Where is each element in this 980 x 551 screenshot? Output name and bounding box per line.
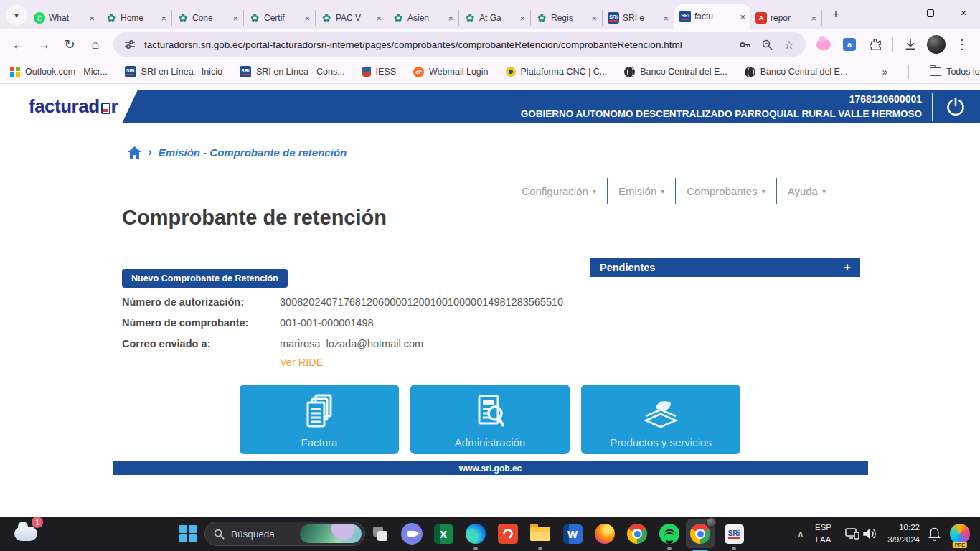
browser-menu-button[interactable]: ⋮ [950,32,974,57]
close-icon[interactable]: × [89,14,95,23]
file-explorer-button[interactable] [529,522,552,545]
ver-ride-link[interactable]: Ver RIDE [280,357,323,368]
close-icon[interactable]: × [519,14,525,23]
tile-factura[interactable]: Factura [240,385,399,454]
close-icon[interactable]: × [161,14,166,23]
notifications-button[interactable] [923,522,946,545]
tile-administracion[interactable]: Administración [410,385,570,454]
password-key-icon[interactable] [737,37,753,52]
all-bookmarks-button[interactable]: Todos los marcadores [930,67,980,77]
caret-down-icon: ▾ [822,187,826,195]
start-button[interactable] [176,522,199,545]
tray-expand-button[interactable]: ∧ [789,522,812,545]
home-icon[interactable] [128,146,141,159]
tab-regis[interactable]: ✿ Regis × [531,10,603,26]
tab-whatsapp[interactable]: ✆ What × [29,10,100,26]
close-icon[interactable]: × [304,14,310,23]
bookmark-sri-inicio[interactable]: SRiSRI en Línea - Inicio [125,66,222,77]
nav-emision[interactable]: Emisión▾ [608,178,676,204]
spotify-button[interactable] [658,522,681,545]
new-tab-button[interactable]: + [825,4,847,25]
new-retention-receipt-button[interactable]: Nuevo Comprobante de Retención [122,269,288,288]
bookmark-iess[interactable]: IESS [362,67,397,77]
profile-avatar[interactable] [924,32,948,57]
bookmark-webmail[interactable]: cPWebmail Login [413,67,488,77]
nav-configuracion[interactable]: Configuración▾ [511,178,608,204]
extensions-puzzle-icon[interactable] [863,32,887,57]
logout-button[interactable] [943,94,969,120]
bookmark-star-icon[interactable]: ☆ [781,37,797,52]
minimize-button[interactable]: – [881,0,914,26]
tab-certif[interactable]: ✿ Certif × [244,10,316,26]
bookmark-outlook[interactable]: Outlook.com - Micr... [10,67,108,77]
widgets-weather-button[interactable]: 1 [14,522,37,545]
lang-line2: LAA [815,534,831,546]
tab-pac[interactable]: ✿ PAC V × [316,10,387,26]
sri-app-button[interactable]: SRi [722,522,745,545]
close-window-button[interactable]: × [947,0,980,26]
maximize-button[interactable] [914,0,947,26]
close-icon[interactable]: × [663,14,669,23]
translate-extension-icon[interactable]: a [837,32,862,57]
chrome-icon [627,524,647,544]
bookmark-banco-central-1[interactable]: Banco Central del E... [624,67,727,77]
address-bar[interactable]: facturadorsri.sri.gob.ec/portal-facturad… [113,32,806,57]
language-indicator[interactable]: ESP LAA [815,522,831,545]
site-settings-icon[interactable] [122,37,138,52]
copilot-button[interactable]: PRE [948,522,971,545]
teams-chat-button[interactable] [400,522,423,545]
word-button[interactable]: W [561,522,584,545]
task-view-button[interactable] [369,522,392,545]
bookmark-label: Banco Central del E... [640,67,727,77]
folder-icon [930,67,941,76]
taskbar-search[interactable]: Búsqueda [204,522,365,546]
tab-label: Home [121,13,157,23]
tab-sri-en-linea[interactable]: SRi SRI e × [603,10,674,26]
chevron-right-icon: › [148,145,152,159]
back-button[interactable]: ← [6,32,30,57]
sri-icon: SRi [679,11,691,22]
tab-facturador-active[interactable]: SRi factu × [674,4,750,29]
tab-report-pdf[interactable]: A repor × [750,10,822,26]
window-controls: – × [881,0,980,26]
close-icon[interactable]: × [591,14,597,23]
home-button[interactable]: ⌂ [83,32,108,57]
edge-button[interactable] [464,522,487,545]
close-icon[interactable]: × [376,14,382,23]
excel-button[interactable]: X [432,522,455,545]
chrome-button[interactable] [626,522,649,545]
reload-button[interactable]: ↻ [57,32,82,57]
tab-atga[interactable]: ✿ At Ga × [459,10,531,26]
bookmarks-overflow-button[interactable]: » [882,66,887,77]
tab-label: SRI e [623,13,659,23]
expand-plus-icon[interactable]: + [844,260,851,275]
weather-extension-icon[interactable] [811,32,836,57]
sri-document-icon [101,103,110,114]
tab-search-button[interactable]: ▾ [6,5,27,25]
bookmark-cnc[interactable]: Plataforma CNC | C... [506,67,608,77]
firefox-button[interactable] [593,522,616,545]
tab-cone[interactable]: ✿ Cone × [172,10,244,26]
zoom-out-icon[interactable] [759,37,775,52]
tab-home[interactable]: ✿ Home × [100,10,172,26]
nav-ayuda[interactable]: Ayuda▾ [777,178,837,204]
nitro-pdf-button[interactable] [496,522,519,545]
clock[interactable]: 10:22 3/9/2024 [875,522,920,545]
close-icon[interactable]: × [811,14,816,23]
chrome-active-button[interactable] [686,519,715,548]
bookmark-sri-consultas[interactable]: SRiSRI en Línea - Cons... [240,66,345,77]
forward-button[interactable]: → [32,32,56,57]
pendientes-panel-header[interactable]: Pendientes + [590,258,860,277]
bookmark-label: Outlook.com - Micr... [25,67,108,77]
url-text[interactable]: facturadorsri.sri.gob.ec/portal-facturad… [144,39,730,50]
close-icon[interactable]: × [740,12,745,22]
close-icon[interactable]: × [232,14,238,23]
close-icon[interactable]: × [448,14,453,23]
tile-productos-servicios[interactable]: Productos y servicios [581,385,740,454]
nav-comprobantes[interactable]: Comprobantes▾ [676,178,776,204]
tab-asien[interactable]: ✿ Asien × [387,10,459,26]
bookmark-banco-central-2[interactable]: Banco Central del E... [745,67,848,77]
downloads-button[interactable] [898,32,923,57]
edge-icon [466,524,486,544]
rosette-icon: ✿ [321,12,332,24]
